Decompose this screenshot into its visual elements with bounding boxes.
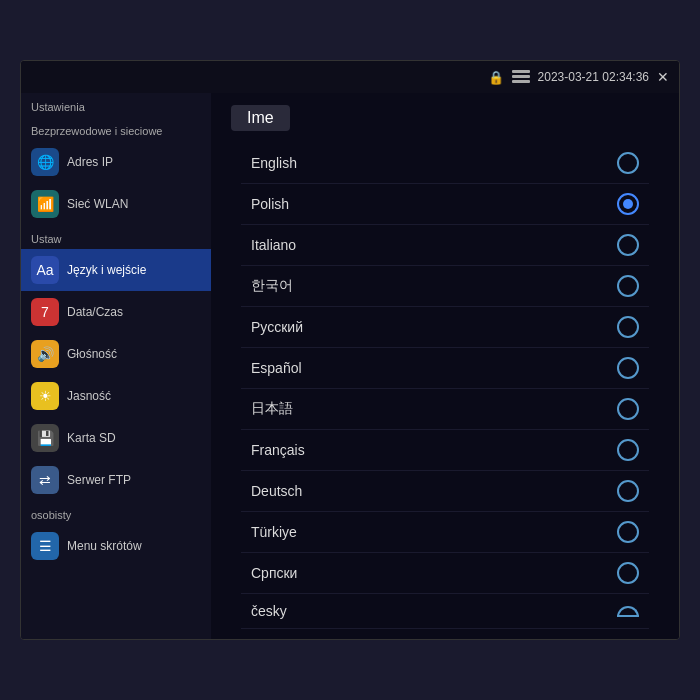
- volume-icon: 🔊: [31, 340, 59, 368]
- radio-korean[interactable]: [617, 275, 639, 297]
- sidebar: Ustawienia Bezprzewodowe i sieciowe 🌐 Ad…: [21, 93, 211, 639]
- language-name-turkish: Türkiye: [251, 524, 297, 540]
- datetime-display: 2023-03-21 02:34:36: [538, 70, 649, 84]
- language-name-serbian: Српски: [251, 565, 297, 581]
- content-header: Ime: [211, 93, 679, 139]
- screen: 🔒 2023-03-21 02:34:36 ✕ Ustawienia Bezpr…: [20, 60, 680, 640]
- language-item-german[interactable]: Deutsch: [241, 471, 649, 512]
- sidebar-label-serwer-ftp: Serwer FTP: [67, 473, 131, 487]
- radio-english[interactable]: [617, 152, 639, 174]
- sidebar-label-karta-sd: Karta SD: [67, 431, 116, 445]
- language-name-polish: Polish: [251, 196, 289, 212]
- radio-turkish[interactable]: [617, 521, 639, 543]
- language-name-german: Deutsch: [251, 483, 302, 499]
- sidebar-title: Ustawienia: [21, 93, 211, 117]
- language-name-spanish: Español: [251, 360, 302, 376]
- sidebar-label-siec-wlan: Sieć WLAN: [67, 197, 128, 211]
- sd-icon: 💾: [31, 424, 59, 452]
- sidebar-item-menu-skrotow[interactable]: ☰ Menu skrótów: [21, 525, 211, 567]
- sidebar-item-serwer-ftp[interactable]: ⇄ Serwer FTP: [21, 459, 211, 501]
- brightness-icon: ☀: [31, 382, 59, 410]
- sidebar-section-personal: osobisty: [21, 501, 211, 525]
- font-icon: Aa: [31, 256, 59, 284]
- language-item-turkish[interactable]: Türkiye: [241, 512, 649, 553]
- radio-czech[interactable]: [617, 606, 639, 617]
- language-name-english: English: [251, 155, 297, 171]
- content-area: Ime EnglishPolishItaliano한국어РусскийEspañ…: [211, 93, 679, 639]
- language-item-italiano[interactable]: Italiano: [241, 225, 649, 266]
- sidebar-item-adres-ip[interactable]: 🌐 Adres IP: [21, 141, 211, 183]
- sidebar-label-jezyk: Język i wejście: [67, 263, 146, 277]
- sidebar-label-menu-skrotow: Menu skrótów: [67, 539, 142, 553]
- globe-icon: 🌐: [31, 148, 59, 176]
- sidebar-item-siec-wlan[interactable]: 📶 Sieć WLAN: [21, 183, 211, 225]
- language-item-spanish[interactable]: Español: [241, 348, 649, 389]
- radio-japanese[interactable]: [617, 398, 639, 420]
- sidebar-section-set: Ustaw: [21, 225, 211, 249]
- language-item-japanese[interactable]: 日本語: [241, 389, 649, 430]
- sidebar-section-network: Bezprzewodowe i sieciowe: [21, 117, 211, 141]
- language-item-english[interactable]: English: [241, 143, 649, 184]
- sidebar-item-jasnosc[interactable]: ☀ Jasność: [21, 375, 211, 417]
- menu-icon: ☰: [31, 532, 59, 560]
- language-item-polish[interactable]: Polish: [241, 184, 649, 225]
- lock-icon: 🔒: [488, 70, 504, 85]
- language-name-korean: 한국어: [251, 277, 293, 295]
- sidebar-item-jezyk[interactable]: Aa Język i wejście: [21, 249, 211, 291]
- language-name-russian: Русский: [251, 319, 303, 335]
- radio-italiano[interactable]: [617, 234, 639, 256]
- language-name-french: Français: [251, 442, 305, 458]
- sidebar-item-karta-sd[interactable]: 💾 Karta SD: [21, 417, 211, 459]
- radio-french[interactable]: [617, 439, 639, 461]
- sidebar-label-glosnosc: Głośność: [67, 347, 117, 361]
- content-title: Ime: [231, 105, 290, 131]
- calendar-icon: 7: [31, 298, 59, 326]
- radio-spanish[interactable]: [617, 357, 639, 379]
- network-signal-icon: [512, 70, 530, 84]
- radio-german[interactable]: [617, 480, 639, 502]
- language-item-serbian[interactable]: Српски: [241, 553, 649, 594]
- radio-russian[interactable]: [617, 316, 639, 338]
- sidebar-item-glosnosc[interactable]: 🔊 Głośność: [21, 333, 211, 375]
- ftp-icon: ⇄: [31, 466, 59, 494]
- language-item-russian[interactable]: Русский: [241, 307, 649, 348]
- close-button[interactable]: ✕: [657, 69, 669, 85]
- sidebar-item-data-czas[interactable]: 7 Data/Czas: [21, 291, 211, 333]
- language-item-czech[interactable]: česky: [241, 594, 649, 629]
- sidebar-label-jasnosc: Jasność: [67, 389, 111, 403]
- language-name-italiano: Italiano: [251, 237, 296, 253]
- language-item-korean[interactable]: 한국어: [241, 266, 649, 307]
- language-item-french[interactable]: Français: [241, 430, 649, 471]
- main-content: Ustawienia Bezprzewodowe i sieciowe 🌐 Ad…: [21, 93, 679, 639]
- radio-polish[interactable]: [617, 193, 639, 215]
- language-name-japanese: 日本語: [251, 400, 293, 418]
- language-name-czech: česky: [251, 603, 287, 619]
- language-list: EnglishPolishItaliano한국어РусскийEspañol日本…: [211, 139, 679, 639]
- topbar: 🔒 2023-03-21 02:34:36 ✕: [21, 61, 679, 93]
- wifi-icon: 📶: [31, 190, 59, 218]
- sidebar-label-data-czas: Data/Czas: [67, 305, 123, 319]
- sidebar-label-adres-ip: Adres IP: [67, 155, 113, 169]
- radio-serbian[interactable]: [617, 562, 639, 584]
